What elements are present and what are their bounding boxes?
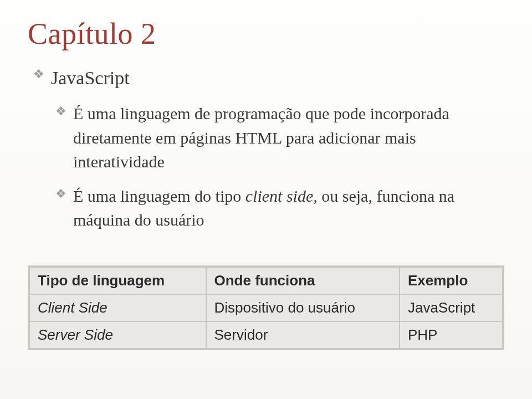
- bullet-text: É uma linguagem de programação que pode …: [73, 101, 504, 174]
- bullet-text: É uma linguagem do tipo client side, ou …: [73, 184, 504, 232]
- table-row: Client Side Dispositivo do usuário JavaS…: [29, 294, 503, 321]
- table-cell: Client Side: [29, 294, 206, 321]
- table-header-cell: Onde funciona: [206, 267, 400, 294]
- bullet-text: JavaScript: [51, 64, 130, 91]
- bullet-marker-icon: ❖: [55, 185, 66, 203]
- bullet-level2: ❖ É uma linguagem de programação que pod…: [55, 101, 504, 174]
- table-header-row: Tipo de linguagem Onde funciona Exemplo: [29, 267, 503, 294]
- slide-title: Capítulo 2: [28, 17, 504, 51]
- table-cell: JavaScript: [400, 294, 503, 321]
- table-header-cell: Tipo de linguagem: [29, 267, 206, 294]
- table-cell: Dispositivo do usuário: [206, 294, 400, 321]
- bullet-marker-icon: ❖: [33, 65, 44, 83]
- slide: Capítulo 2 ❖ JavaScript ❖ É uma linguage…: [0, 0, 532, 399]
- bullet-marker-icon: ❖: [55, 103, 66, 120]
- table-cell: PHP: [400, 321, 503, 349]
- table-cell: Server Side: [29, 321, 206, 349]
- table-row: Server Side Servidor PHP: [29, 321, 503, 349]
- bullet-level1: ❖ JavaScript: [33, 64, 504, 91]
- table-header-cell: Exemplo: [400, 267, 503, 294]
- bullet-text-part: É uma linguagem do tipo: [73, 187, 245, 205]
- table: Tipo de linguagem Onde funciona Exemplo …: [29, 267, 503, 349]
- bullet-level2: ❖ É uma linguagem do tipo client side, o…: [55, 184, 504, 232]
- table-cell: Servidor: [206, 321, 400, 349]
- bullet-text-italic: client side,: [245, 187, 318, 205]
- comparison-table: Tipo de linguagem Onde funciona Exemplo …: [28, 265, 504, 350]
